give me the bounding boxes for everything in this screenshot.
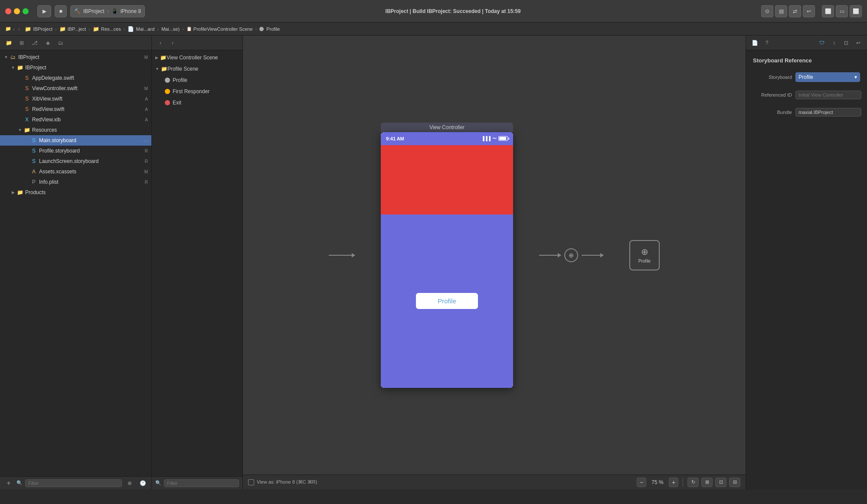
outline-vc-scene[interactable]: ▶ 📁 View Controller Scene	[152, 52, 242, 63]
sidebar-item-badge: R	[145, 149, 148, 153]
breadcrumb: 📁 ‹ › 📁 IBProject › 📁 IBP...ject › 📁 Res…	[0, 23, 867, 36]
breadcrumb-sep-3: ›	[124, 26, 125, 32]
zoom-out-button[interactable]: −	[637, 478, 646, 487]
view-as-label: View as: iPhone 8 (⌘C ⌘R)	[257, 479, 317, 485]
jump-bar-button[interactable]: ⇄	[789, 5, 801, 17]
panel-right-button[interactable]: ⬜	[850, 5, 862, 17]
sidebar-item-info-plist[interactable]: P Info.plist R	[0, 177, 151, 187]
storyboard-select-value: Profile	[798, 74, 813, 80]
breadcrumb-scene-label[interactable]: Mai...se)	[161, 26, 180, 32]
layout-left-button[interactable]: ▤	[775, 5, 787, 17]
storyboard-icon: S	[30, 147, 37, 154]
xcassets-icon: A	[30, 168, 37, 175]
canvas-options-2[interactable]: ⊡	[715, 478, 726, 487]
outline-profile-item[interactable]: Profile	[152, 75, 242, 86]
right-toolbar: 📄 ? 🛡 ↕ ⊡ ↩	[746, 36, 867, 50]
sidebar-item-xibview[interactable]: S XibView.swift A	[0, 94, 151, 104]
sidebar-item-main-storyboard[interactable]: S Main.storyboard —	[0, 135, 151, 146]
inspector-title: Storyboard Reference	[753, 57, 860, 64]
run-button[interactable]: ▶	[37, 5, 51, 17]
breadcrumb-back[interactable]: ‹	[13, 26, 15, 32]
report-icon[interactable]: 🗂	[56, 38, 66, 48]
fit-button[interactable]: ↻	[687, 478, 699, 487]
add-file-button[interactable]: +	[3, 478, 14, 488]
doc-outline-filter-bar: 🔍	[152, 476, 242, 489]
breadcrumb-resources-icon: 📁	[93, 26, 99, 32]
outline-nav-forward[interactable]: ›	[167, 38, 178, 48]
sidebar-item-redview-xib[interactable]: X RedView.xib A	[0, 114, 151, 125]
entry-arrow	[329, 255, 355, 256]
sidebar-item-ibproject-group[interactable]: ▼ 📁 IBProject	[0, 62, 151, 73]
sidebar-item-products[interactable]: ▶ 📁 Products	[0, 187, 151, 198]
segue-line2	[582, 255, 603, 256]
symbol-icon[interactable]: ⊞	[16, 38, 27, 48]
breadcrumb-storyboard-label[interactable]: Mai...ard	[136, 26, 154, 32]
sidebar-item-launchscreen-storyboard[interactable]: S LaunchScreen.storyboard R	[0, 156, 151, 166]
breadcrumb-resources-label[interactable]: Res...ces	[101, 26, 121, 32]
panel-bottom-button[interactable]: ▭	[836, 5, 848, 17]
version-icon[interactable]: ⎇	[29, 38, 40, 48]
zoom-percentage: 75 %	[649, 479, 666, 485]
panel-left-button[interactable]: ⬜	[822, 5, 834, 17]
stop-button[interactable]: ■	[55, 5, 67, 17]
canvas-options-1[interactable]: ⊞	[701, 478, 713, 487]
connections-inspector-button[interactable]: ↩	[853, 38, 864, 48]
sidebar-item-ibproject-root[interactable]: ▼ 🗂 IBProject M	[0, 52, 151, 62]
chevron-down-icon: ▾	[854, 74, 857, 80]
breadcrumb-nav-left[interactable]: 📁	[5, 26, 11, 32]
attributes-inspector-button[interactable]: ↕	[829, 38, 839, 48]
outline-exit[interactable]: Exit	[152, 97, 242, 108]
breadcrumb-forward[interactable]: ›	[18, 26, 20, 32]
scene-expand-arrow: ▶	[155, 55, 158, 60]
sidebar-item-profile-storyboard[interactable]: S Profile.storyboard R	[0, 146, 151, 156]
segue-icon[interactable]: ⊕	[564, 248, 578, 262]
canvas: View Controller 9:41 AM ▐▐▐ 〜	[243, 36, 746, 489]
sidebar-item-label: RedView.xib	[32, 117, 143, 123]
minimize-button[interactable]	[14, 8, 20, 14]
breadcrumb-pvc-icon: 📋	[186, 26, 192, 31]
outline-profile-scene[interactable]: ▼ 📁 Profile Scene	[152, 63, 242, 75]
filter-recent-button[interactable]: 🕐	[137, 478, 148, 488]
breadcrumb-pvc-label[interactable]: ProfileViewController Scene	[193, 26, 253, 32]
close-button[interactable]	[5, 8, 11, 14]
sidebar-filter-input[interactable]	[25, 479, 122, 487]
folder-icon[interactable]: 📁	[3, 38, 14, 48]
doc-outline-filter-input[interactable]	[164, 479, 239, 487]
profile-button[interactable]: Profile	[416, 293, 478, 309]
storyboard-ref-box[interactable]: ⊕ Profile	[629, 240, 660, 270]
project-icon: 🗂	[10, 54, 16, 61]
sidebar-item-viewcontroller[interactable]: S ViewController.swift M	[0, 83, 151, 94]
size-inspector-button[interactable]: ⊡	[841, 38, 851, 48]
filter-options-button[interactable]: ⊕	[124, 478, 135, 488]
breadcrumb-ibproject[interactable]: 📁	[25, 26, 31, 32]
outline-nav-back[interactable]: ‹	[155, 38, 166, 48]
maximize-button[interactable]	[23, 8, 29, 14]
scheme-selector[interactable]: 🔨 IBProject › 📱 iPhone 8	[70, 5, 145, 17]
breadcrumb-profile-label[interactable]: Profile	[266, 26, 280, 32]
outline-first-responder[interactable]: First Responder	[152, 86, 242, 97]
file-inspector-button[interactable]: 📄	[749, 38, 760, 48]
canvas-options-3[interactable]: ⊟	[729, 478, 740, 487]
breadcrumb-ibproject2-label[interactable]: IBP...ject	[68, 26, 86, 32]
signal-icon: ▐▐▐	[481, 136, 491, 141]
sidebar-item-assets[interactable]: A Assets.xcassets M	[0, 166, 151, 177]
zoom-in-button[interactable]: +	[669, 478, 678, 487]
sidebar-item-redview-swift[interactable]: S RedView.swift A	[0, 104, 151, 114]
view-as-bar: View as: iPhone 8 (⌘C ⌘R) − 75 % + ↻ ⊞ ⊡…	[243, 475, 746, 489]
referenced-id-input[interactable]	[795, 91, 861, 99]
activity-button[interactable]: ⊙	[761, 5, 773, 17]
device-label: iPhone 8	[121, 8, 141, 14]
sidebar-item-resources[interactable]: ▼ 📁 Resources	[0, 125, 151, 135]
help-button[interactable]: ?	[762, 38, 772, 48]
sidebar-item-label: LaunchScreen.storyboard	[39, 158, 143, 164]
sidebar-item-appdelegate[interactable]: S AppDelegate.swift	[0, 73, 151, 83]
add-button[interactable]: ↩	[803, 5, 815, 17]
breadcrumb-sep-1: ›	[55, 26, 57, 32]
bundle-input[interactable]	[795, 108, 861, 117]
breadcrumb-ibproject-label[interactable]: IBProject	[33, 26, 52, 32]
phone-statusbar: 9:41 AM ▐▐▐ 〜	[381, 132, 513, 145]
identity-inspector-button[interactable]: 🛡	[817, 38, 827, 48]
storyboard-select[interactable]: Profile ▾	[795, 72, 860, 82]
breakpoint-icon[interactable]: ◈	[43, 38, 53, 48]
battery-icon	[498, 136, 508, 141]
